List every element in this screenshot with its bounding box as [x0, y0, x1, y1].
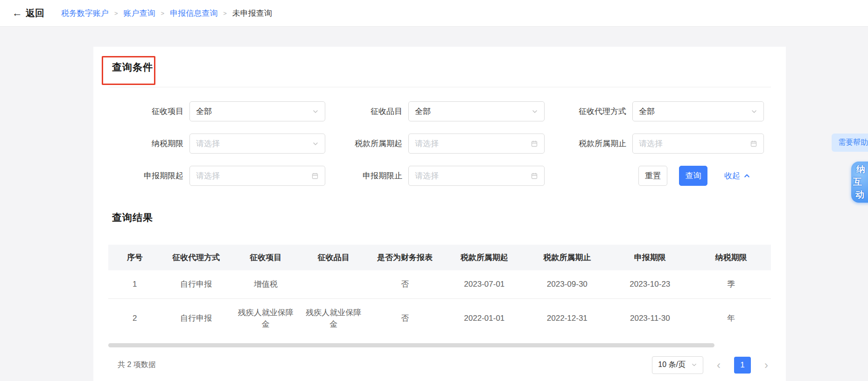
tax-belong-period-start-datepicker[interactable]: 请选择 [408, 134, 545, 154]
cell-declare-deadline: 2023-10-23 [609, 270, 692, 298]
cell-is-financial-report: 否 [367, 298, 443, 339]
table-header-row: 序号 征收代理方式 征收项目 征收品目 是否为财务报表 税款所属期起 税款所属期… [108, 245, 771, 270]
col-header-collection-item: 征收品目 [301, 245, 367, 270]
declare-deadline-end-datepicker[interactable]: 请选择 [408, 166, 545, 186]
cell-period-end: 2022-12-31 [526, 298, 609, 339]
back-arrow-icon: ← [12, 8, 22, 18]
breadcrumb-item-account-query[interactable]: 账户查询 [124, 8, 155, 19]
assistant-char: 动 [855, 188, 868, 201]
breadcrumb-item-tax-digital-account[interactable]: 税务数字账户 [61, 8, 109, 19]
tax-belong-period-end-datepicker[interactable]: 请选择 [632, 134, 764, 154]
query-results-title: 查询结果 [112, 211, 767, 224]
back-button[interactable]: ← 返回 [12, 7, 44, 20]
table-row[interactable]: 1 自行申报 增值税 否 2023-07-01 2023-09-30 2023-… [108, 270, 771, 298]
field-label: 税款所属期止 [545, 138, 632, 149]
top-navigation-bar: ← 返回 税务数字账户 > 账户查询 > 申报信息查询 > 未申报查询 [0, 0, 868, 27]
page-size-select[interactable]: 10 条/页 [652, 356, 703, 374]
col-header-is-financial-report: 是否为财务报表 [367, 245, 443, 270]
collection-agency-mode-select[interactable]: 全部 [632, 101, 764, 121]
field-label: 纳税期限 [108, 138, 189, 149]
search-button[interactable]: 查询 [679, 166, 707, 186]
select-value: 全部 [639, 106, 655, 117]
select-placeholder: 请选择 [196, 138, 220, 149]
help-tooltip: 需要帮助吗 [832, 134, 868, 152]
field-label: 申报期限起 [108, 170, 189, 181]
calendar-icon [531, 140, 538, 148]
collapse-label: 收起 [724, 170, 740, 181]
field-tax-belong-period-end: 税款所属期止 请选择 [545, 134, 764, 154]
breadcrumb-item-undeclared-query: 未申报查询 [232, 8, 272, 19]
date-placeholder: 请选择 [415, 170, 439, 181]
prev-page-icon[interactable]: ‹ [716, 360, 721, 371]
cell-period-start: 2023-07-01 [443, 270, 526, 298]
chevron-down-icon [312, 108, 319, 115]
breadcrumb-item-declaration-info-query[interactable]: 申报信息查询 [170, 8, 217, 19]
select-value: 全部 [415, 106, 431, 117]
reset-button[interactable]: 重置 [638, 166, 667, 186]
date-placeholder: 请选择 [639, 138, 663, 149]
field-tax-period-limit: 纳税期限 请选择 [108, 134, 325, 154]
calendar-icon [750, 140, 757, 148]
calendar-icon [311, 172, 319, 180]
chevron-down-icon [691, 362, 697, 368]
cell-period-start: 2022-01-01 [443, 298, 526, 339]
field-collection-agency-mode: 征收代理方式 全部 [545, 101, 764, 121]
chevron-up-icon [743, 172, 750, 179]
chevron-down-icon [312, 141, 319, 147]
assistant-char: 纳 [856, 163, 868, 176]
collection-item-select[interactable]: 全部 [408, 101, 545, 121]
cell-collection-project: 增值税 [231, 270, 301, 298]
form-row-1: 征收项目 全部 征收品目 全部 征收代理方式 全部 [108, 101, 771, 121]
tax-interaction-assistant-button[interactable]: 纳 互 动 [851, 162, 868, 203]
breadcrumb: 税务数字账户 > 账户查询 > 申报信息查询 > 未申报查询 [61, 8, 272, 19]
field-label: 申报期限止 [325, 170, 408, 181]
tax-period-limit-select[interactable]: 请选择 [189, 134, 325, 154]
field-declare-deadline-start: 申报期限起 请选择 [108, 166, 325, 186]
breadcrumb-separator-icon: > [114, 10, 118, 17]
cell-collection-item [301, 270, 367, 298]
col-header-tax-period: 纳税期限 [692, 245, 771, 270]
col-header-agency-mode: 征收代理方式 [161, 245, 231, 270]
cell-declare-deadline: 2023-11-30 [609, 298, 692, 339]
cell-collection-project: 残疾人就业保障金 [231, 298, 301, 339]
page-number-button[interactable]: 1 [734, 357, 751, 374]
query-form: 征收项目 全部 征收品目 全部 征收代理方式 全部 [108, 101, 771, 186]
cell-collection-item: 残疾人就业保障金 [301, 298, 367, 339]
table-row[interactable]: 2 自行申报 残疾人就业保障金 残疾人就业保障金 否 2022-01-01 20… [108, 298, 771, 339]
cell-agency-mode: 自行申报 [161, 298, 231, 339]
col-header-collection-project: 征收项目 [231, 245, 301, 270]
field-collection-project: 征收项目 全部 [108, 101, 325, 121]
calendar-icon [531, 172, 538, 180]
assistant-char: 互 [853, 176, 868, 188]
form-row-2: 纳税期限 请选择 税款所属期起 请选择 税款所属期止 请选择 [108, 134, 771, 154]
next-page-icon[interactable]: › [763, 360, 769, 371]
results-table: 序号 征收代理方式 征收项目 征收品目 是否为财务报表 税款所属期起 税款所属期… [108, 245, 771, 339]
breadcrumb-separator-icon: > [161, 10, 165, 17]
form-row-3: 申报期限起 请选择 申报期限止 请选择 重置 查询 收起 [108, 166, 771, 186]
chevron-down-icon [532, 108, 538, 115]
form-actions: 重置 查询 收起 [545, 166, 771, 186]
declare-deadline-start-datepicker[interactable]: 请选择 [189, 166, 325, 186]
cell-period-end: 2023-09-30 [526, 270, 609, 298]
query-conditions-header: 查询条件 [108, 47, 771, 87]
col-header-declare-deadline: 申报期限 [609, 245, 692, 270]
field-label: 税款所属期起 [325, 138, 408, 149]
date-placeholder: 请选择 [196, 170, 220, 181]
cell-index: 1 [108, 270, 161, 298]
date-placeholder: 请选择 [415, 138, 439, 149]
cell-tax-period: 季 [692, 270, 771, 298]
total-count-text: 共 2 项数据 [118, 360, 156, 370]
collection-project-select[interactable]: 全部 [189, 101, 325, 121]
field-label: 征收项目 [108, 106, 189, 117]
col-header-period-end: 税款所属期止 [526, 245, 609, 270]
query-conditions-title: 查询条件 [112, 62, 153, 72]
collapse-link[interactable]: 收起 [724, 170, 750, 181]
horizontal-scrollbar[interactable] [108, 343, 714, 347]
field-collection-item: 征收品目 全部 [325, 101, 545, 121]
col-header-period-start: 税款所属期起 [443, 245, 526, 270]
field-tax-belong-period-start: 税款所属期起 请选择 [325, 134, 545, 154]
table-footer: 共 2 项数据 10 条/页 ‹ 1 › [108, 356, 771, 374]
col-header-index: 序号 [108, 245, 161, 270]
field-label: 征收品目 [325, 106, 408, 117]
cell-index: 2 [108, 298, 161, 339]
